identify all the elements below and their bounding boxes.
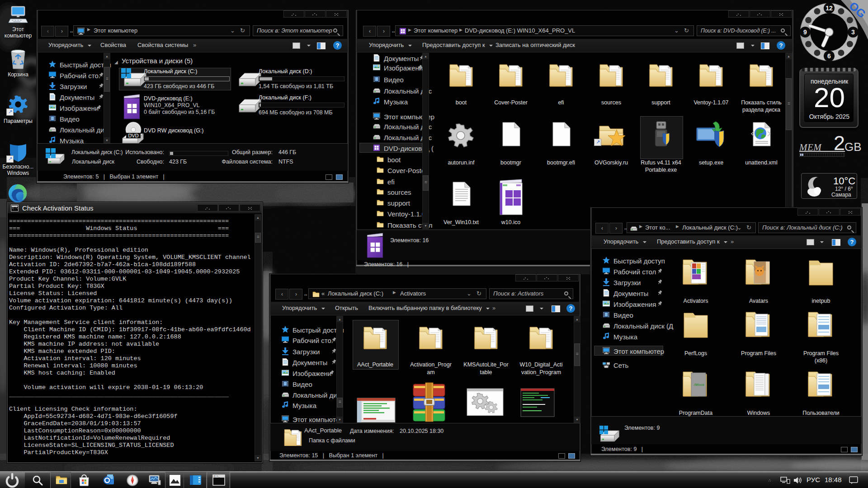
- svg-text:3: 3: [851, 28, 855, 36]
- svg-text:C:\_: C:\_: [214, 475, 220, 478]
- svg-text:9: 9: [803, 28, 807, 36]
- svg-text:/5Rock: /5Rock: [693, 383, 705, 386]
- svg-text:6: 6: [827, 52, 831, 60]
- svg-text:12: 12: [826, 5, 833, 12]
